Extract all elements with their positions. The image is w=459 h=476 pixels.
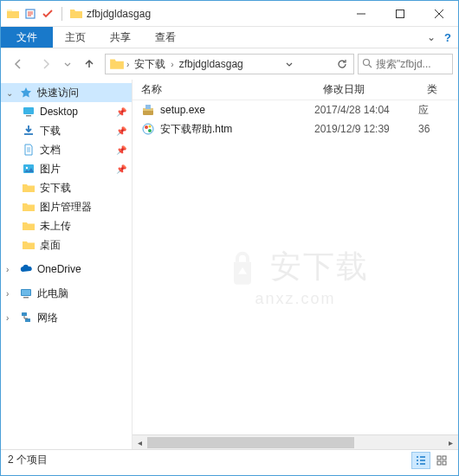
pin-icon: 📌 xyxy=(116,107,126,117)
address-row: › 安下载 › zfbjdgldasgag xyxy=(1,48,458,80)
sidebar-item-desktop[interactable]: Desktop 📌 xyxy=(1,102,132,121)
properties-qat-icon[interactable] xyxy=(23,7,37,21)
cloud-icon xyxy=(19,262,33,276)
sidebar-item-downloads[interactable]: 下载 📌 xyxy=(1,121,132,140)
sidebar-item-folder[interactable]: 桌面 xyxy=(1,235,132,254)
pin-icon: 📌 xyxy=(116,164,126,174)
file-date: 2019/12/9 12:39 xyxy=(314,123,418,135)
sidebar-item-documents[interactable]: 文档 📌 xyxy=(1,140,132,159)
file-row[interactable]: setup.exe 2017/4/28 14:04 应 xyxy=(133,100,458,119)
refresh-button[interactable] xyxy=(333,55,352,74)
tab-file[interactable]: 文件 xyxy=(1,27,53,48)
sidebar-this-pc[interactable]: › 此电脑 xyxy=(1,284,132,303)
chevron-down-icon[interactable]: ⌄ xyxy=(6,88,15,98)
nav-forward-button[interactable] xyxy=(34,52,58,76)
svg-point-16 xyxy=(145,125,148,129)
scroll-track[interactable] xyxy=(147,435,443,450)
search-icon xyxy=(362,56,372,72)
checkmark-qat-icon[interactable] xyxy=(41,7,55,21)
svg-rect-4 xyxy=(26,115,31,117)
file-date: 2017/4/28 14:04 xyxy=(314,104,418,116)
scroll-thumb[interactable] xyxy=(147,437,354,448)
column-headers: 名称 修改日期 类 xyxy=(133,80,458,100)
pictures-icon xyxy=(22,162,36,176)
file-type: 36 xyxy=(418,123,458,135)
ribbon-expand-icon[interactable]: ⌄ xyxy=(427,31,436,43)
sidebar-item-folder[interactable]: 未上传 xyxy=(1,216,132,235)
svg-rect-21 xyxy=(437,461,441,465)
svg-point-2 xyxy=(364,60,370,66)
svg-point-17 xyxy=(148,129,152,132)
scroll-left-button[interactable]: ◂ xyxy=(133,435,147,450)
svg-rect-14 xyxy=(145,105,151,109)
network-icon xyxy=(19,311,33,325)
titlebar: zfbjdgldasgag xyxy=(1,1,458,27)
svg-rect-19 xyxy=(437,456,441,460)
desktop-icon xyxy=(22,105,36,119)
nav-back-button[interactable] xyxy=(6,52,30,76)
svg-point-6 xyxy=(26,167,28,169)
nav-up-button[interactable] xyxy=(77,52,101,76)
folder-icon xyxy=(22,181,36,195)
tab-view[interactable]: 查看 xyxy=(143,27,188,48)
horizontal-scrollbar[interactable]: ◂ ▸ xyxy=(133,434,458,449)
tab-home[interactable]: 主页 xyxy=(53,27,98,48)
search-input[interactable] xyxy=(376,58,449,70)
installer-icon xyxy=(141,103,155,117)
file-row[interactable]: 安下载帮助.htm 2019/12/9 12:39 36 xyxy=(133,119,458,138)
svg-point-15 xyxy=(143,124,153,134)
minimize-button[interactable] xyxy=(341,1,380,27)
sidebar-onedrive[interactable]: › OneDrive xyxy=(1,260,132,279)
svg-rect-3 xyxy=(23,107,34,114)
folder-title-icon xyxy=(69,7,83,21)
html-icon xyxy=(141,122,155,136)
main-area: ⌄ 快速访问 Desktop 📌 下载 📌 文档 📌 图片 xyxy=(1,80,458,449)
file-list[interactable]: setup.exe 2017/4/28 14:04 应 安下载帮助.htm 20… xyxy=(133,100,458,434)
file-name: 安下载帮助.htm xyxy=(160,122,232,137)
watermark: 安下载 anxz.com xyxy=(222,246,369,308)
view-details-button[interactable] xyxy=(411,452,430,469)
breadcrumb-folder-icon xyxy=(109,56,125,72)
column-header-type[interactable]: 类 xyxy=(418,82,458,97)
scroll-right-button[interactable]: ▸ xyxy=(443,435,458,450)
sidebar-item-pictures[interactable]: 图片 📌 xyxy=(1,159,132,178)
app-folder-icon xyxy=(6,7,20,21)
star-icon xyxy=(19,86,33,100)
tab-share[interactable]: 共享 xyxy=(98,27,143,48)
address-bar[interactable]: › 安下载 › zfbjdgldasgag xyxy=(105,54,354,74)
close-button[interactable] xyxy=(419,1,458,27)
maximize-button[interactable] xyxy=(380,1,419,27)
sidebar-item-folder[interactable]: 图片管理器 xyxy=(1,197,132,216)
chevron-right-icon[interactable]: › xyxy=(169,60,175,69)
file-type: 应 xyxy=(418,103,458,118)
nav-recent-button[interactable] xyxy=(61,52,74,76)
svg-rect-22 xyxy=(443,461,446,465)
sidebar-network[interactable]: › 网络 xyxy=(1,308,132,327)
sidebar-item-folder[interactable]: 安下载 xyxy=(1,178,132,197)
svg-rect-1 xyxy=(396,10,404,17)
column-header-date[interactable]: 修改日期 xyxy=(314,82,418,97)
column-header-name[interactable]: 名称 xyxy=(133,82,314,97)
content-pane: 名称 修改日期 类 setup.exe 2017/4/28 14:04 应 安下… xyxy=(133,80,458,449)
folder-icon xyxy=(22,200,36,214)
sidebar-quick-access[interactable]: ⌄ 快速访问 xyxy=(1,83,132,102)
chevron-right-icon[interactable]: › xyxy=(6,289,15,299)
window-title: zfbjdgldasgag xyxy=(87,8,151,20)
chevron-right-icon[interactable]: › xyxy=(6,313,15,323)
this-pc-icon xyxy=(19,286,33,300)
svg-rect-10 xyxy=(22,312,27,316)
file-name: setup.exe xyxy=(160,104,205,116)
breadcrumb-item[interactable]: 安下载 xyxy=(131,55,169,74)
help-icon[interactable]: ? xyxy=(444,31,451,44)
address-dropdown-button[interactable] xyxy=(280,55,299,74)
item-count: 2 个项目 xyxy=(8,453,48,467)
pin-icon: 📌 xyxy=(116,145,126,155)
folder-icon xyxy=(22,238,36,252)
search-box[interactable] xyxy=(358,54,453,74)
statusbar: 2 个项目 xyxy=(1,449,458,470)
view-large-button[interactable] xyxy=(432,452,451,469)
document-icon xyxy=(22,143,36,157)
breadcrumb-item[interactable]: zfbjdgldasgag xyxy=(176,56,247,72)
chevron-right-icon[interactable]: › xyxy=(6,265,15,274)
chevron-right-icon[interactable]: › xyxy=(125,60,131,69)
